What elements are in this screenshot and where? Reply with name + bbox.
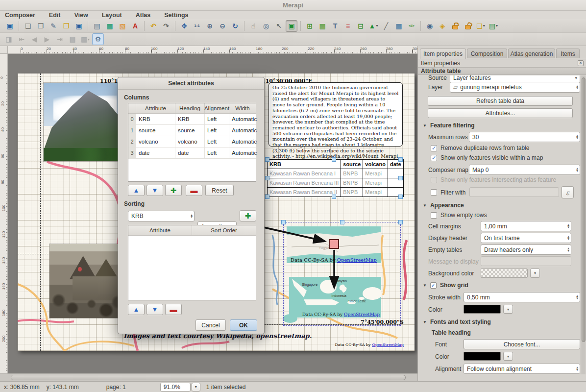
close-icon[interactable]: ×: [578, 60, 584, 66]
scrollbar-thumb[interactable]: [11, 375, 406, 380]
zoom-actual-icon[interactable]: 1:1: [191, 20, 203, 32]
lock-items-icon[interactable]: [449, 20, 461, 32]
attributes-button[interactable]: Attributes...: [428, 108, 573, 118]
add-arrow-icon[interactable]: ╱: [380, 20, 392, 32]
export-image-icon[interactable]: ▦: [104, 20, 116, 32]
menu-settings[interactable]: Settings: [164, 12, 188, 19]
zoom-full-icon[interactable]: ✥: [178, 20, 190, 32]
add-shape-icon[interactable]: ▲▾: [367, 20, 379, 32]
new-composition-icon[interactable]: ❏: [22, 20, 34, 32]
column-move-down-button[interactable]: ▼: [146, 185, 163, 196]
stroke-width-spinbox[interactable]: 0,50 mm ▴▾: [464, 292, 580, 302]
sort-header-attribute[interactable]: Attribute: [128, 225, 192, 235]
first-feature-icon[interactable]: ⇤: [16, 33, 27, 45]
edit-nodes-icon[interactable]: ◉: [424, 20, 436, 32]
background-color-dropdown[interactable]: ▾: [530, 269, 540, 278]
add-image-icon[interactable]: ▦: [317, 20, 328, 32]
selection-handle[interactable]: [340, 220, 344, 224]
filter-with-checkbox[interactable]: [431, 189, 437, 196]
selection-handle[interactable]: [398, 157, 403, 162]
export-atlas-icon[interactable]: ▥▾: [79, 33, 91, 45]
next-feature-icon[interactable]: ▶: [41, 33, 53, 45]
menu-layout[interactable]: Layout: [102, 12, 122, 19]
undo-icon[interactable]: ↶: [147, 20, 159, 32]
export-pdf-icon[interactable]: A: [129, 20, 141, 32]
tab-items[interactable]: Items: [556, 49, 580, 58]
sort-move-up-button[interactable]: ▲: [128, 304, 145, 315]
selection-handle[interactable]: [281, 220, 286, 224]
columns-grid[interactable]: Attribute Heading Alignment Width 0 KRB …: [128, 103, 256, 182]
ok-button[interactable]: OK: [230, 319, 257, 331]
selection-handle[interactable]: [398, 220, 403, 224]
zoom-region-icon[interactable]: ◎: [260, 20, 272, 32]
refresh-table-data-button[interactable]: Refresh table data: [428, 96, 573, 106]
zoom-level-combo[interactable]: 91.0%: [160, 383, 191, 392]
pan-icon[interactable]: ☝: [247, 20, 259, 32]
show-grid-checkbox[interactable]: ✓: [430, 282, 437, 289]
selection-handle[interactable]: [398, 176, 403, 180]
appearance-section[interactable]: ▼Appearance: [423, 202, 464, 209]
filter-expression-field[interactable]: [469, 187, 559, 197]
move-item-content-icon[interactable]: ▣: [286, 20, 297, 32]
horizontal-scrollbar[interactable]: [0, 373, 417, 381]
fonts-section[interactable]: ▼Fonts and text styling: [423, 318, 491, 325]
alignment-combo[interactable]: Follow column alignment ▴▾: [464, 364, 580, 374]
reset-button[interactable]: Reset: [205, 185, 234, 196]
empty-tables-combo[interactable]: Draw headers only ▴▾: [481, 245, 571, 255]
grid-color-dropdown[interactable]: ▾: [503, 305, 513, 314]
menu-view[interactable]: View: [74, 12, 88, 19]
raise-items-icon[interactable]: ❏▾: [475, 20, 487, 32]
redo-icon[interactable]: ↷: [160, 20, 172, 32]
column-add-button[interactable]: ✚: [165, 185, 182, 196]
sort-attribute-combo[interactable]: KRB ▴▾: [128, 211, 195, 221]
tab-item-properties[interactable]: Item properties: [420, 49, 466, 59]
previous-feature-icon[interactable]: ◀: [28, 33, 40, 45]
selection-handle[interactable]: [332, 195, 336, 199]
remove-duplicate-checkbox[interactable]: ✓: [431, 145, 437, 151]
unlock-items-icon[interactable]: [462, 20, 474, 32]
tab-atlas-generation[interactable]: Atlas generation: [508, 49, 555, 58]
selection-handle[interactable]: [332, 157, 336, 162]
column-move-up-button[interactable]: ▲: [128, 185, 145, 196]
zoom-in-icon[interactable]: ⊕: [204, 20, 216, 32]
composition-manager-icon[interactable]: ✎: [48, 20, 59, 32]
window-titlebar[interactable]: Merapi: [0, 0, 586, 11]
background-color-swatch[interactable]: [481, 269, 528, 278]
maximum-rows-spinbox[interactable]: 30 ▴▾: [469, 132, 580, 142]
zoom-level-dropdown[interactable]: ▾: [192, 383, 200, 392]
add-map-icon[interactable]: ⊞: [304, 20, 316, 32]
selection-handle[interactable]: [265, 157, 269, 162]
selection-handle[interactable]: [265, 176, 269, 180]
print-icon[interactable]: ▤: [91, 20, 103, 32]
show-grid-section[interactable]: ▼ ✓ Show grid: [423, 282, 468, 289]
grid-header-attribute[interactable]: Attribute: [136, 103, 175, 113]
sort-add-button[interactable]: ✚: [240, 210, 256, 221]
add-attribute-table-icon[interactable]: ▦: [393, 20, 405, 32]
choose-font-button[interactable]: Choose font...: [464, 339, 580, 349]
export-svg-icon[interactable]: ▧: [117, 20, 128, 32]
panel-scrollbar[interactable]: [581, 75, 586, 374]
grid-header-width[interactable]: Width: [229, 103, 256, 113]
column-remove-button[interactable]: ▬: [186, 185, 202, 196]
grid-header-alignment[interactable]: Alignment: [205, 103, 229, 113]
menu-edit[interactable]: Edit: [49, 12, 61, 19]
show-empty-rows-checkbox[interactable]: [431, 212, 437, 219]
selection-handle[interactable]: [265, 195, 269, 199]
grid-header-heading[interactable]: Heading: [175, 103, 205, 113]
duplicate-composition-icon[interactable]: ❐: [35, 20, 47, 32]
scrollbar-thumb[interactable]: [582, 77, 586, 342]
refresh-icon[interactable]: ↻: [229, 20, 241, 32]
move-content-icon[interactable]: ◈: [437, 20, 448, 32]
grid-row[interactable]: 2 volcano volcano Left Automatic: [128, 136, 256, 147]
atlas-settings-icon[interactable]: ⚙: [92, 33, 104, 45]
feature-filtering-section[interactable]: ▼Feature filtering: [423, 122, 475, 129]
sort-remove-button[interactable]: ▬: [165, 304, 182, 315]
cell-margins-spinbox[interactable]: 1,00 mm ▴▾: [481, 221, 571, 231]
add-scalebar-icon[interactable]: ⊟: [355, 20, 366, 32]
save-icon[interactable]: ▣: [4, 20, 16, 32]
preview-atlas-icon[interactable]: ◨: [3, 33, 15, 45]
grid-row[interactable]: 1 source source Left Automatic: [128, 125, 256, 136]
grid-color-swatch[interactable]: [464, 305, 501, 314]
align-items-icon[interactable]: ▤▾: [488, 20, 499, 32]
grid-row[interactable]: 3 date date Left Automatic: [128, 147, 256, 159]
